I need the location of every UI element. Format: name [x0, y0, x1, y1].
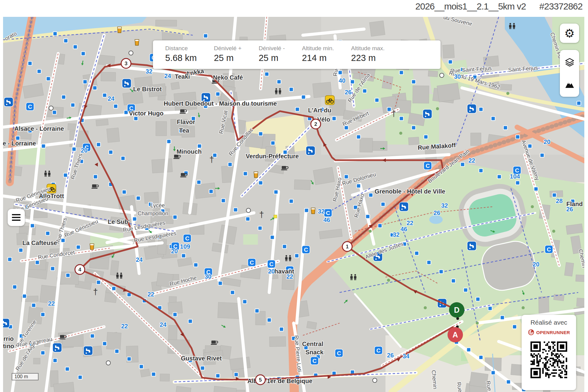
route-point-square [283, 245, 287, 249]
stat-label: Distance [165, 45, 197, 52]
cycle-route-number: 24 [136, 256, 143, 263]
cycle-route-number: 32 [146, 68, 152, 75]
church-icon: † [209, 155, 214, 164]
route-point-square [65, 367, 69, 371]
bike-rental-icon [325, 96, 334, 105]
stat-value: 223 m [351, 53, 385, 63]
water-fountain-icon [467, 104, 476, 113]
map-label: Gustave Rivet [181, 355, 222, 362]
start-marker[interactable]: D [449, 302, 464, 318]
route-point-square [112, 287, 116, 291]
car-share-icon: C [248, 258, 256, 266]
route-point-square [577, 101, 581, 105]
route-point-square [78, 375, 82, 379]
settings-button[interactable]: ⚙ [560, 24, 579, 43]
svg-text:C: C [28, 104, 32, 110]
route-point-square [35, 261, 39, 265]
stat-label: Dénivelé - [259, 45, 285, 52]
route-point-square [271, 141, 275, 145]
route-point-square [516, 135, 520, 139]
route-point-square [424, 135, 428, 139]
route-point-square [173, 215, 177, 219]
map-label: Champollion [138, 210, 168, 217]
svg-text:C: C [426, 163, 430, 169]
cafe-icon [281, 166, 288, 170]
bar-icon [117, 27, 121, 33]
route-point-square [216, 374, 220, 378]
route-point-square [258, 226, 262, 230]
route-point-square [501, 316, 504, 320]
menu-button[interactable] [8, 209, 25, 226]
bar-icon [90, 244, 94, 250]
route-point-square [73, 45, 77, 49]
water-fountain-icon [467, 241, 476, 251]
bar-icon [254, 172, 258, 178]
route-point-square [41, 351, 45, 355]
km-marker-5[interactable]: 5 [255, 375, 265, 385]
header: 2026__mois1__2.1__5km v2 #23372862 [0, 0, 588, 17]
route-point-square [332, 117, 336, 121]
route-point-square [415, 251, 419, 255]
km-marker-1[interactable]: 1 [342, 242, 352, 251]
route-point-square [47, 77, 50, 81]
route-point-square [351, 80, 355, 84]
route-point-square [344, 175, 348, 179]
map-canvas[interactable]: CCCCCCCCCCCCCCCCCCC†††† oratodu Souvenir… [3, 17, 584, 392]
route-point-square [479, 356, 483, 360]
route-point-square [8, 258, 12, 262]
route-point-square [412, 80, 416, 84]
route-point-square [244, 172, 247, 176]
layers-button[interactable] [560, 52, 579, 73]
church-icon: † [93, 287, 98, 296]
hamburger-icon [12, 214, 20, 215]
stat-value: 5.68 km [165, 53, 197, 63]
route-point-square [103, 93, 107, 97]
route-point-square [197, 180, 201, 184]
svg-text:C: C [547, 246, 551, 253]
route-point-square [209, 190, 213, 194]
route-point-square [64, 39, 68, 43]
route-point-square [467, 348, 471, 352]
water-fountain-icon [423, 109, 432, 119]
cycle-route-number: 30 [454, 73, 461, 80]
cycle-route-number: 20 [81, 147, 87, 154]
openrunner-brand[interactable]: OPENRUNNER [522, 329, 576, 336]
route-point-square [553, 193, 556, 197]
route-point-square [357, 184, 361, 188]
map-label: rrio [3, 335, 13, 342]
route-point-square [53, 111, 57, 115]
route-point-square [19, 248, 23, 252]
stat-label: Altitude max. [351, 45, 385, 52]
route-point-square [28, 62, 32, 66]
map-label: Neko Café [213, 74, 243, 81]
svg-text:C: C [269, 261, 274, 267]
route-point-square [103, 342, 107, 346]
km-marker-2[interactable]: 2 [311, 119, 321, 129]
route-point-square [201, 366, 205, 370]
route-point-square [255, 309, 259, 313]
water-fountain-icon [306, 146, 315, 155]
cycle-route-number: 40 [339, 77, 345, 84]
finish-marker[interactable]: A [448, 327, 463, 342]
elevation-button[interactable] [560, 74, 579, 94]
route-point-square [366, 215, 370, 219]
cycle-route-number: 20 [544, 138, 550, 145]
svg-text:1: 1 [346, 244, 348, 250]
route-point-square [221, 199, 225, 203]
route-point-square [194, 263, 198, 267]
route-point-square [357, 135, 361, 139]
km-marker-4[interactable]: 4 [75, 265, 85, 274]
car-share-icon: C [324, 209, 332, 217]
route-point-square [188, 319, 192, 323]
route-point-square [476, 297, 480, 301]
route-point-square [439, 270, 443, 274]
car-share-icon: C [545, 245, 553, 253]
route-point-square [31, 224, 35, 228]
cycle-route-number: 22 [147, 291, 154, 298]
svg-text:5: 5 [259, 377, 262, 383]
km-marker-3[interactable]: 3 [121, 58, 131, 68]
bar-icon [311, 208, 315, 214]
route-point-square [540, 153, 544, 157]
cycle-route-number: 20 [268, 268, 275, 275]
cafe-icon [211, 341, 218, 345]
